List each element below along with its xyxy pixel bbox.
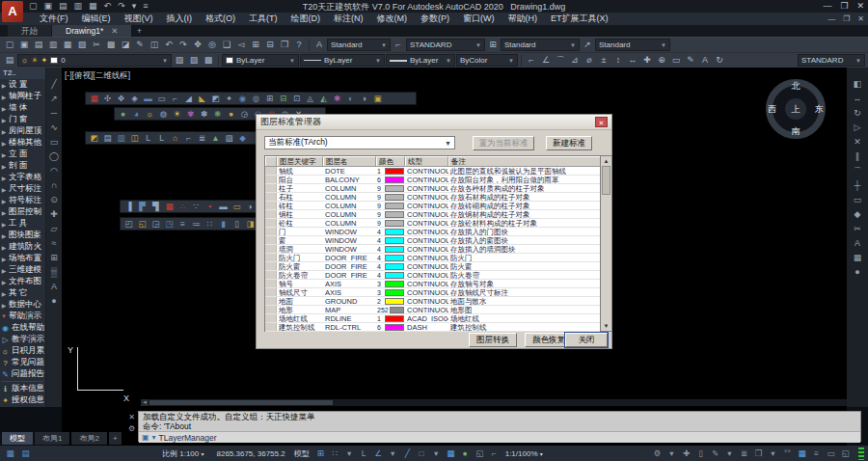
modify-tool-icon[interactable]: ↻: [854, 108, 861, 119]
table-row[interactable]: 砖柱 COLUMN 9 CONTINUOUS 存放砖砌构成的柱子对象: [265, 202, 604, 210]
row-selector[interactable]: [265, 228, 277, 235]
cell-color[interactable]: 6: [376, 176, 405, 183]
floating-toolbar-icon[interactable]: ◕: [130, 108, 143, 120]
cell-remark[interactable]: 存放插入的门图块: [448, 228, 604, 235]
sidebar-menu-item[interactable]: ▶ 图层控制: [0, 206, 45, 218]
cell-remark[interactable]: 存放各种材质构成的柱子对象: [448, 184, 604, 192]
cell-layer-key[interactable]: 墙洞: [277, 245, 323, 253]
cell-linetype[interactable]: CONTINUOUS: [405, 245, 448, 253]
row-selector[interactable]: [265, 288, 277, 296]
floating-toolbar-icon[interactable]: ◢: [182, 93, 195, 104]
doc-restore-button[interactable]: ❐: [843, 13, 850, 25]
toolbar-icon[interactable]: ❑: [220, 39, 233, 51]
sidebar-menu-item[interactable]: ▶ 场地布置: [0, 253, 45, 264]
cell-color[interactable]: 3: [376, 280, 405, 287]
color-swatch[interactable]: [385, 315, 404, 322]
floating-toolbar-icon[interactable]: ▭: [231, 201, 243, 212]
color-swatch[interactable]: [385, 176, 404, 183]
cell-layer-key[interactable]: 钢柱: [277, 210, 323, 218]
status-toggle-icon[interactable]: ⊞: [314, 447, 327, 459]
sidebar-menu-item[interactable]: ▶ 设 置: [0, 79, 45, 91]
dimension-icon[interactable]: ⌐: [525, 54, 538, 67]
cell-layer-key[interactable]: 轴号: [277, 280, 323, 287]
draw-tool-icon[interactable]: ▱: [51, 224, 58, 234]
cell-color[interactable]: 4: [376, 262, 405, 270]
dimension-icon[interactable]: ▭: [669, 54, 683, 67]
toolbar-icon[interactable]: ?: [292, 39, 306, 51]
color-swatch[interactable]: [385, 203, 404, 209]
row-selector[interactable]: [265, 280, 277, 287]
table-row[interactable]: 场地红线 RDLINE 1 ACAD_ISO04W100 场地红线: [265, 314, 604, 323]
quick-access-icon[interactable]: ↷: [118, 1, 125, 12]
menu-item[interactable]: 参数(P): [414, 13, 456, 25]
command-window-grip[interactable]: ✕ ⚙: [125, 411, 138, 442]
color-swatch[interactable]: [385, 298, 404, 305]
sidebar-sub-item[interactable]: ☼ 日积月累: [0, 345, 45, 357]
floating-toolbar-icon[interactable]: ✱: [331, 93, 343, 104]
close-button[interactable]: ✕: [856, 1, 864, 11]
set-current-standard-button[interactable]: 置为当前标准: [473, 136, 534, 150]
cell-layer-name[interactable]: COLUMN: [323, 202, 376, 209]
layer-properties-icon[interactable]: ▤: [3, 54, 16, 67]
floating-toolbar-icon[interactable]: ●: [225, 108, 237, 120]
table-row[interactable]: 轴线尺寸 AXIS 3 CONTINUOUS 存放轴线尺寸标注: [265, 288, 604, 297]
toolbar-icon[interactable]: ◅: [234, 39, 248, 51]
sidebar-menu-item[interactable]: ▶ 工 具: [0, 218, 45, 230]
current-standard-combo[interactable]: 当前标准(TArch) ▼: [264, 136, 455, 149]
draw-tool-icon[interactable]: ─: [51, 108, 57, 119]
status-toggle-icon[interactable]: ▾: [343, 447, 356, 459]
add-layout-button[interactable]: +: [109, 432, 122, 445]
mleader-style-combo[interactable]: Standard▼: [595, 39, 670, 51]
cell-linetype[interactable]: CONTINUOUS: [405, 193, 448, 201]
color-swatch[interactable]: [385, 229, 404, 235]
sidebar-menu-item[interactable]: ▶ 尺寸标注: [0, 183, 45, 195]
floating-toolbar-icon[interactable]: ⌐: [169, 93, 181, 104]
modify-tool-icon[interactable]: ✕: [854, 137, 861, 148]
plotstyle-combo[interactable]: ByColor▼: [456, 54, 518, 67]
command-input-row[interactable]: ▣ ▾ TLayerManager: [139, 431, 860, 443]
sidebar-footer-item[interactable]: ✦ 授权信息: [0, 394, 45, 406]
autocad-logo-icon[interactable]: A: [2, 1, 23, 22]
scroll-left-arrow-icon[interactable]: ◄: [141, 399, 149, 406]
draw-tool-icon[interactable]: ∿: [50, 122, 58, 133]
floating-toolbar-icon[interactable]: L: [142, 132, 154, 144]
draw-tool-icon[interactable]: ⊙: [50, 195, 58, 205]
cell-layer-name[interactable]: DOTE: [323, 167, 376, 175]
cell-layer-name[interactable]: WINDOW: [323, 228, 376, 235]
floating-toolbar-icon[interactable]: ☀: [171, 108, 183, 120]
color-swatch[interactable]: [385, 324, 404, 331]
horizontal-scrollbar[interactable]: ◄: [141, 399, 854, 406]
draw-tool-icon[interactable]: ↗: [50, 94, 58, 104]
floating-toolbar-icon[interactable]: ∴: [176, 201, 189, 212]
minimize-button[interactable]: —: [823, 1, 831, 11]
cell-layer-key[interactable]: 轴线: [277, 167, 323, 175]
compass-north-label[interactable]: 北: [792, 80, 800, 93]
sidebar-menu-item[interactable]: ▶ 轴网柱子: [0, 91, 45, 102]
toolbar-icon[interactable]: ↶: [162, 39, 176, 51]
floating-toolbar-icon[interactable]: ≔: [190, 218, 203, 230]
toolbar-icon[interactable]: ◪: [119, 39, 132, 51]
dim-style-combo[interactable]: STANDARD▼: [406, 39, 485, 51]
draw-tool-icon[interactable]: A: [51, 282, 57, 292]
command-customize-icon[interactable]: ⚙: [128, 424, 135, 433]
dialog-title-bar[interactable]: 图层标准管理器 ✕: [257, 115, 611, 130]
cell-layer-name[interactable]: GROUND: [323, 297, 376, 305]
row-selector[interactable]: [265, 167, 277, 175]
toolbar-icon[interactable]: ↷: [176, 39, 190, 51]
text-style-icon[interactable]: A: [312, 39, 326, 51]
dimension-icon[interactable]: ∠: [539, 54, 553, 67]
floating-toolbar-icon[interactable]: ●: [117, 108, 129, 120]
cell-linetype[interactable]: CONTINUOUS: [405, 176, 448, 183]
status-toggle-icon[interactable]: ∠: [372, 447, 385, 459]
color-swatch[interactable]: [385, 289, 404, 296]
dimension-icon[interactable]: ⊕: [655, 54, 668, 67]
floating-toolbar-icon[interactable]: ▐: [122, 201, 135, 212]
row-selector[interactable]: [265, 184, 277, 192]
dimension-icon[interactable]: ✎: [684, 54, 697, 67]
floating-toolbar-icon[interactable]: ◳: [163, 218, 176, 230]
quick-access-icon[interactable]: ▣: [44, 1, 53, 12]
floating-toolbar-icon[interactable]: ⊟: [277, 93, 289, 104]
cell-layer-key[interactable]: 窗: [277, 236, 323, 244]
dimension-icon[interactable]: ↔: [626, 54, 639, 67]
floating-toolbar-icon[interactable]: ✾: [184, 108, 197, 120]
